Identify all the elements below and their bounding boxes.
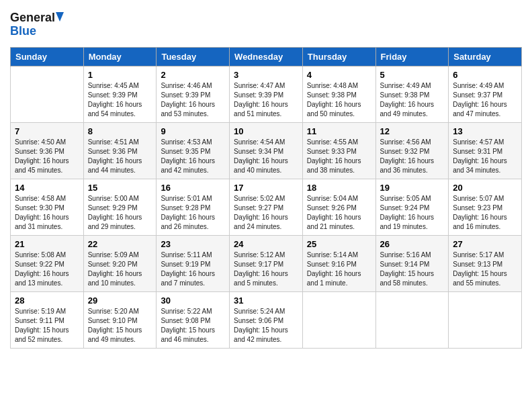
svg-text:Blue: Blue (10, 24, 36, 38)
day-number: 2 (161, 70, 225, 80)
day-number: 31 (234, 295, 298, 306)
calendar-cell: 22Sunrise: 5:09 AM Sunset: 9:20 PM Dayli… (83, 236, 157, 292)
calendar-cell: 26Sunrise: 5:16 AM Sunset: 9:14 PM Dayli… (375, 236, 449, 292)
day-info: Sunrise: 5:05 AM Sunset: 9:24 PM Dayligh… (380, 194, 445, 232)
svg-marker-2 (56, 12, 64, 21)
day-info: Sunrise: 5:17 AM Sunset: 9:13 PM Dayligh… (453, 250, 517, 288)
calendar-cell: 19Sunrise: 5:05 AM Sunset: 9:24 PM Dayli… (375, 179, 449, 236)
day-info: Sunrise: 4:50 AM Sunset: 9:36 PM Dayligh… (15, 138, 79, 175)
day-info: Sunrise: 4:48 AM Sunset: 9:38 PM Dayligh… (307, 81, 371, 119)
calendar-cell: 16Sunrise: 5:01 AM Sunset: 9:28 PM Dayli… (157, 179, 230, 236)
calendar-cell: 15Sunrise: 5:00 AM Sunset: 9:29 PM Dayli… (83, 179, 157, 236)
day-number: 21 (15, 239, 79, 249)
calendar-cell: 1Sunrise: 4:45 AM Sunset: 9:39 PM Daylig… (83, 66, 157, 123)
calendar-cell: 9Sunrise: 4:53 AM Sunset: 9:35 PM Daylig… (157, 123, 230, 179)
day-number: 16 (161, 183, 225, 193)
calendar-cell: 18Sunrise: 5:04 AM Sunset: 9:26 PM Dayli… (302, 179, 375, 236)
day-info: Sunrise: 5:02 AM Sunset: 9:27 PM Dayligh… (234, 194, 298, 232)
page-header: General Blue (10, 7, 522, 43)
calendar-cell: 13Sunrise: 4:57 AM Sunset: 9:31 PM Dayli… (449, 123, 522, 179)
day-number: 6 (453, 70, 517, 80)
day-number: 5 (380, 70, 445, 80)
day-number: 12 (380, 126, 445, 136)
calendar-week-row: 21Sunrise: 5:08 AM Sunset: 9:22 PM Dayli… (11, 236, 522, 292)
day-info: Sunrise: 4:55 AM Sunset: 9:33 PM Dayligh… (307, 138, 371, 175)
calendar-cell: 28Sunrise: 5:19 AM Sunset: 9:11 PM Dayli… (11, 292, 84, 349)
header-wednesday: Wednesday (230, 48, 303, 66)
day-info: Sunrise: 5:08 AM Sunset: 9:22 PM Dayligh… (15, 250, 79, 288)
day-number: 13 (453, 126, 517, 136)
calendar-cell: 23Sunrise: 5:11 AM Sunset: 9:19 PM Dayli… (157, 236, 230, 292)
calendar-cell: 30Sunrise: 5:22 AM Sunset: 9:08 PM Dayli… (157, 292, 230, 349)
calendar-cell: 27Sunrise: 5:17 AM Sunset: 9:13 PM Dayli… (449, 236, 522, 292)
day-info: Sunrise: 4:47 AM Sunset: 9:39 PM Dayligh… (234, 81, 298, 119)
day-info: Sunrise: 5:19 AM Sunset: 9:11 PM Dayligh… (15, 307, 79, 345)
header-saturday: Saturday (449, 48, 522, 66)
calendar-cell: 12Sunrise: 4:56 AM Sunset: 9:32 PM Dayli… (375, 123, 449, 179)
day-number: 27 (453, 239, 517, 249)
calendar-cell: 31Sunrise: 5:24 AM Sunset: 9:06 PM Dayli… (230, 292, 303, 349)
day-info: Sunrise: 4:58 AM Sunset: 9:30 PM Dayligh… (15, 194, 79, 232)
calendar-cell (11, 66, 84, 123)
day-info: Sunrise: 5:00 AM Sunset: 9:29 PM Dayligh… (88, 194, 152, 232)
calendar-cell (449, 292, 522, 349)
day-number: 4 (307, 70, 371, 80)
day-info: Sunrise: 4:51 AM Sunset: 9:36 PM Dayligh… (88, 138, 152, 175)
calendar-cell: 4Sunrise: 4:48 AM Sunset: 9:38 PM Daylig… (302, 66, 375, 123)
day-info: Sunrise: 5:12 AM Sunset: 9:17 PM Dayligh… (234, 250, 298, 288)
calendar-cell: 11Sunrise: 4:55 AM Sunset: 9:33 PM Dayli… (302, 123, 375, 179)
day-info: Sunrise: 5:20 AM Sunset: 9:10 PM Dayligh… (88, 307, 152, 345)
day-info: Sunrise: 5:04 AM Sunset: 9:26 PM Dayligh… (307, 194, 371, 232)
calendar-cell (302, 292, 375, 349)
logo: General Blue (10, 7, 71, 43)
day-number: 18 (307, 183, 371, 193)
day-number: 1 (88, 70, 152, 80)
header-friday: Friday (375, 48, 449, 66)
calendar-cell: 14Sunrise: 4:58 AM Sunset: 9:30 PM Dayli… (11, 179, 84, 236)
calendar-table: SundayMondayTuesdayWednesdayThursdayFrid… (10, 47, 522, 349)
calendar-cell (375, 292, 449, 349)
calendar-cell: 25Sunrise: 5:14 AM Sunset: 9:16 PM Dayli… (302, 236, 375, 292)
calendar-cell: 5Sunrise: 4:49 AM Sunset: 9:38 PM Daylig… (375, 66, 449, 123)
calendar-cell: 29Sunrise: 5:20 AM Sunset: 9:10 PM Dayli… (83, 292, 157, 349)
day-number: 17 (234, 183, 298, 193)
day-number: 9 (161, 126, 225, 136)
day-number: 29 (88, 295, 152, 306)
header-thursday: Thursday (302, 48, 375, 66)
day-info: Sunrise: 4:45 AM Sunset: 9:39 PM Dayligh… (88, 81, 152, 119)
calendar-week-row: 7Sunrise: 4:50 AM Sunset: 9:36 PM Daylig… (11, 123, 522, 179)
day-info: Sunrise: 5:14 AM Sunset: 9:16 PM Dayligh… (307, 250, 371, 288)
calendar-header-row: SundayMondayTuesdayWednesdayThursdayFrid… (11, 48, 522, 66)
day-number: 10 (234, 126, 298, 136)
day-info: Sunrise: 4:46 AM Sunset: 9:39 PM Dayligh… (161, 81, 225, 119)
day-number: 25 (307, 239, 371, 249)
calendar-cell: 8Sunrise: 4:51 AM Sunset: 9:36 PM Daylig… (83, 123, 157, 179)
day-info: Sunrise: 4:54 AM Sunset: 9:34 PM Dayligh… (234, 138, 298, 175)
svg-text:General: General (10, 11, 55, 24)
calendar-cell: 10Sunrise: 4:54 AM Sunset: 9:34 PM Dayli… (230, 123, 303, 179)
header-sunday: Sunday (11, 48, 84, 66)
day-info: Sunrise: 4:49 AM Sunset: 9:37 PM Dayligh… (453, 81, 517, 119)
calendar-cell: 6Sunrise: 4:49 AM Sunset: 9:37 PM Daylig… (449, 66, 522, 123)
day-info: Sunrise: 5:16 AM Sunset: 9:14 PM Dayligh… (380, 250, 445, 288)
header-monday: Monday (83, 48, 157, 66)
day-number: 26 (380, 239, 445, 249)
day-info: Sunrise: 4:49 AM Sunset: 9:38 PM Dayligh… (380, 81, 445, 119)
calendar-cell: 24Sunrise: 5:12 AM Sunset: 9:17 PM Dayli… (230, 236, 303, 292)
day-number: 8 (88, 126, 152, 136)
day-number: 7 (15, 126, 79, 136)
calendar-cell: 3Sunrise: 4:47 AM Sunset: 9:39 PM Daylig… (230, 66, 303, 123)
day-info: Sunrise: 5:01 AM Sunset: 9:28 PM Dayligh… (161, 194, 225, 232)
calendar-week-row: 28Sunrise: 5:19 AM Sunset: 9:11 PM Dayli… (11, 292, 522, 349)
day-info: Sunrise: 4:53 AM Sunset: 9:35 PM Dayligh… (161, 138, 225, 175)
day-number: 11 (307, 126, 371, 136)
day-number: 14 (15, 183, 79, 193)
day-number: 15 (88, 183, 152, 193)
day-number: 30 (161, 295, 225, 306)
day-info: Sunrise: 4:56 AM Sunset: 9:32 PM Dayligh… (380, 138, 445, 175)
calendar-cell: 2Sunrise: 4:46 AM Sunset: 9:39 PM Daylig… (157, 66, 230, 123)
calendar-week-row: 1Sunrise: 4:45 AM Sunset: 9:39 PM Daylig… (11, 66, 522, 123)
calendar-week-row: 14Sunrise: 4:58 AM Sunset: 9:30 PM Dayli… (11, 179, 522, 236)
calendar-cell: 20Sunrise: 5:07 AM Sunset: 9:23 PM Dayli… (449, 179, 522, 236)
day-number: 23 (161, 239, 225, 249)
